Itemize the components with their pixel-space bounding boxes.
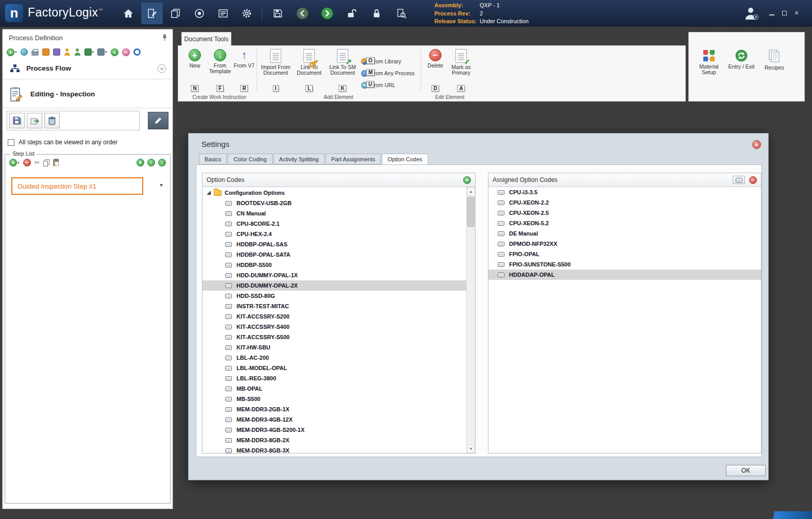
settings-tab[interactable]: Color Coding — [228, 154, 272, 164]
system-settings-button[interactable] — [236, 3, 258, 24]
lock-button[interactable] — [366, 3, 387, 24]
record-button[interactable] — [133, 48, 141, 56]
copy-step-button[interactable] — [43, 159, 49, 166]
settings-tab[interactable]: Part Assignments — [326, 154, 381, 164]
trainer-button[interactable] — [74, 48, 81, 56]
assigned-option-code-item[interactable]: HDDADAP-OPAL — [488, 270, 761, 280]
web-button[interactable] — [21, 48, 28, 56]
home-button[interactable] — [117, 3, 139, 24]
tab-document-tools[interactable]: Document Tools — [181, 32, 231, 46]
option-code-item[interactable]: MEM-DDR3-8GB-3X — [202, 445, 475, 453]
option-code-item[interactable]: MEM-DDR3-4GB-S200-1X — [202, 425, 475, 435]
option-code-item[interactable]: BOOTDEV-USB-2GB — [202, 198, 475, 208]
pin-button[interactable] — [162, 34, 167, 43]
manual-entry-button[interactable] — [733, 176, 745, 184]
option-code-item[interactable]: MEM-DDR3-4GB-12X — [202, 414, 475, 425]
process-flow-row[interactable]: Process Flow — [3, 60, 173, 78]
option-code-item[interactable]: LBL-AC-200 — [202, 353, 475, 363]
settings-tab[interactable]: Basics — [199, 154, 227, 164]
add-step-dropdown-button[interactable]: +▾ — [9, 159, 20, 166]
delete-button[interactable]: − Delete D — [424, 49, 447, 85]
forward-button[interactable] — [316, 3, 338, 24]
add-option-code-button[interactable]: + — [463, 176, 471, 184]
import-route-button[interactable] — [42, 48, 49, 56]
option-code-item[interactable]: LBL-MODEL-OPAL — [202, 363, 475, 373]
delete-step-button[interactable] — [44, 113, 60, 128]
material-setup-button[interactable]: Material Setup — [695, 49, 723, 89]
option-code-item[interactable]: MEM-DDR3-8GB-2X — [202, 435, 475, 445]
option-code-item[interactable]: MB-S500 — [202, 394, 475, 404]
back-button[interactable] — [292, 3, 313, 24]
flow-dropdown-button[interactable]: ▾ — [84, 48, 94, 56]
operator-button[interactable] — [64, 48, 71, 56]
from-library-button[interactable]: From Library O — [361, 56, 423, 66]
assigned-option-code-item[interactable]: DPMOD-NFP32XX — [488, 239, 761, 249]
option-code-item[interactable]: KIT-ACCSSRY-S200 — [202, 311, 475, 322]
scheduling-button[interactable] — [212, 3, 234, 24]
collapse-button[interactable] — [157, 64, 166, 75]
option-code-item[interactable]: HDDBP-OPAL-SATA — [202, 249, 475, 260]
new-button[interactable]: + New N — [183, 49, 206, 85]
cut-step-button[interactable]: ✂ — [35, 159, 40, 166]
zoom-step-button[interactable]: + — [137, 159, 144, 166]
assigned-option-code-item[interactable]: CPU-i3-3.5 — [488, 187, 761, 197]
close-window-button[interactable]: × — [791, 8, 802, 18]
option-code-item[interactable]: HDDBP-OPAL-SAS — [202, 239, 475, 249]
step-expand-chevron[interactable]: ▾ — [160, 181, 163, 189]
mark-as-primary-button[interactable]: ✓ Mark as Primary A — [447, 49, 476, 85]
link-to-document-button[interactable]: Link To Document L — [295, 49, 324, 85]
save-button[interactable] — [267, 3, 289, 24]
production-button[interactable] — [189, 3, 210, 24]
from-template-button[interactable]: ↓ From Template F — [207, 49, 233, 85]
assigned-option-code-item[interactable]: CPU-XEON-2.5 — [488, 208, 761, 218]
from-any-process-button[interactable]: From Any Process M — [361, 68, 423, 78]
option-code-item[interactable]: HDDBP-S500 — [202, 260, 475, 270]
block-button[interactable]: − — [122, 48, 130, 56]
option-code-item[interactable]: KIT-ACCSSRY-S400 — [202, 322, 475, 332]
option-codes-scrollbar[interactable]: ▲ ▼ — [466, 187, 475, 453]
option-code-item[interactable]: MEM-DDR3-2GB-1X — [202, 404, 475, 414]
tree-expander-icon[interactable] — [207, 191, 211, 195]
print-button[interactable] — [31, 49, 39, 56]
step-list-item[interactable]: Guided Inspection Step #1 — [11, 177, 143, 195]
add-dropdown-button[interactable]: +▾ — [7, 48, 17, 56]
entry-exit-button[interactable]: Entry / Exit — [726, 49, 757, 89]
edit-work-instruction-button[interactable] — [148, 112, 168, 129]
option-code-item[interactable]: CPU-8CORE-2.1 — [202, 219, 475, 229]
scroll-down-button[interactable]: ▼ — [467, 444, 475, 453]
user-button[interactable] — [742, 6, 760, 21]
import-from-document-button[interactable]: Import From Document I — [260, 49, 292, 85]
remove-step-button[interactable]: − — [23, 159, 31, 166]
option-code-item[interactable]: HDD-DUMMY-OPAL-1X — [202, 270, 475, 280]
assigned-option-code-item[interactable]: DE Manual — [488, 228, 761, 239]
remove-assigned-option-code-button[interactable]: − — [749, 176, 757, 184]
dialog-close-button[interactable]: × — [752, 140, 761, 149]
minimize-button[interactable] — [767, 8, 777, 18]
process-definition-button[interactable] — [141, 3, 163, 24]
ok-button[interactable]: OK — [726, 465, 766, 476]
option-code-item[interactable]: HDD-DUMMY-OPAL-2X — [202, 280, 475, 291]
assigned-option-code-item[interactable]: FPIO-SUNSTONE-S500 — [488, 259, 761, 270]
option-code-item[interactable]: MB-OPAL — [202, 383, 475, 394]
from-url-button[interactable]: From URL U — [361, 80, 423, 90]
option-code-item[interactable]: CPU-HEX-2.4 — [202, 229, 475, 239]
assigned-option-code-item[interactable]: CPU-XEON-2.2 — [488, 197, 761, 208]
link-to-sm-document-button[interactable]: ↗ Link To SM Document K — [327, 49, 359, 85]
option-code-item[interactable]: KIT-HW-SBU — [202, 342, 475, 353]
move-step-down-button[interactable]: ↓ — [158, 159, 166, 166]
recipes-button[interactable]: Recipes — [761, 49, 788, 89]
layout-button[interactable] — [53, 48, 60, 56]
assigned-option-code-item[interactable]: FPIO-OPAL — [488, 249, 761, 259]
from-v7-button[interactable]: ↑ From V7 R — [233, 49, 256, 85]
unlock-button[interactable] — [341, 3, 363, 24]
option-code-item[interactable]: LBL-REG-3800 — [202, 373, 475, 383]
option-code-item[interactable]: INSTR-TEST-MITAC — [202, 301, 475, 311]
navigate-back-button[interactable]: ‹ — [111, 48, 119, 56]
option-code-item[interactable]: CN Manual — [202, 208, 475, 219]
assigned-option-code-item[interactable]: CPU-XEON-5.2 — [488, 218, 761, 228]
settings-tab[interactable]: Activity Splitting — [274, 154, 325, 164]
configuration-options-root[interactable]: Configuration Options — [202, 187, 475, 198]
maximize-button[interactable] — [779, 8, 789, 18]
move-step-up-button[interactable]: ↑ — [147, 159, 155, 166]
export-step-button[interactable] — [27, 113, 42, 128]
